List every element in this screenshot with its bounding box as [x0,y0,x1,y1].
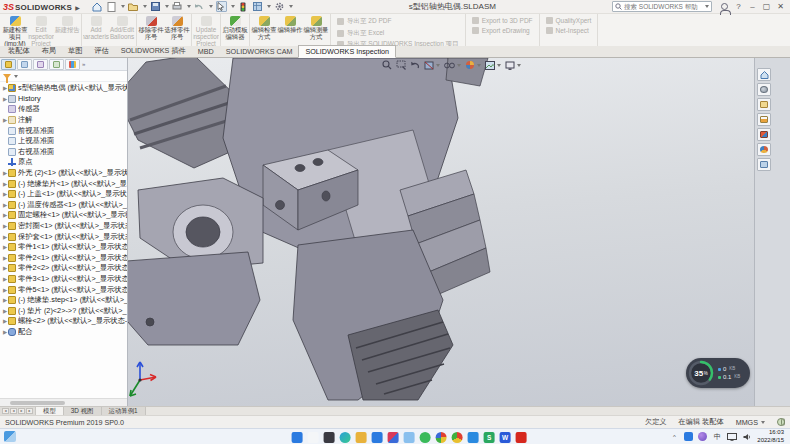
dimxpertmanager-tab[interactable] [49,59,64,70]
globe-icon[interactable] [777,418,785,426]
home-icon[interactable] [757,68,771,81]
scrollbar-thumb[interactable] [10,401,65,405]
taskbar-icon[interactable] [468,432,479,443]
close-button[interactable]: ✕ [774,1,787,13]
traffic-monitor-widget[interactable]: 35% 0KB 0.1KB [686,358,750,388]
units-selector[interactable]: MMGS [736,418,765,427]
undo-icon[interactable] [194,1,205,12]
tree-item[interactable]: ▶ 注解 [2,115,127,126]
featuremanager-tab[interactable] [1,59,16,70]
tree-item[interactable]: ▶ (-) 垫片 (2)<2>->? (默认<<默认>_ [2,305,127,316]
displaymanager-tab[interactable] [65,59,80,70]
tree-item[interactable]: ▶ 零件3<1> (默认<<默认>_显示状态- [2,274,127,285]
hideshow-caret-icon[interactable] [457,64,461,67]
save-caret-icon[interactable] [165,5,169,8]
scene-caret-icon[interactable] [497,64,501,67]
appearance-icon[interactable] [465,60,481,70]
tree-item[interactable]: ▶ 传感器 [2,104,127,115]
ribbon-tab[interactable]: 草图 [62,45,88,57]
appearance-caret-icon[interactable] [477,64,481,67]
ribbon-button[interactable]: Add/Edit Balloons [109,15,135,46]
custom-properties-icon[interactable] [757,158,771,171]
document-tab[interactable]: 3D 视图 [64,407,102,415]
appearances-icon[interactable] [757,143,771,156]
zoom-area-icon[interactable] [396,60,406,70]
home-icon[interactable] [92,1,103,12]
print-icon[interactable] [172,1,183,12]
taskbar-icon[interactable]: S [484,432,495,443]
tree-root-item[interactable]: ▶ s型铝轴热电偶 (默认<默认_显示状态-1> [2,83,127,94]
hide-show-items-icon[interactable] [444,61,461,69]
rebuild-traffic-light-icon[interactable] [238,1,249,12]
ribbon-button[interactable]: Edit Inspection Project [28,15,54,46]
logo-flyout-arrow-icon[interactable]: ▶ [75,4,80,11]
taskbar-icon[interactable] [404,432,415,443]
ribbon-button[interactable]: 移除零件序号 [138,15,164,46]
network-monitor-icon[interactable] [727,432,737,442]
save-icon[interactable] [150,1,161,12]
tree-item[interactable]: ▶ (-) 绝缘垫.step<1> (默认<<默认>_ [2,295,127,306]
select-caret-icon[interactable] [231,5,235,8]
vieworient-caret-icon[interactable] [517,64,521,67]
design-library-icon[interactable] [757,98,771,111]
tree-item[interactable]: ▶ 螺栓<2> (默认<<默认>_显示状态- [2,316,127,327]
taskbar-icon[interactable] [308,432,319,443]
tree-item[interactable]: ▶ 密封圈<1> (默认<<默认>_显示状态 [2,221,127,232]
restore-button[interactable]: ▢ [760,1,773,13]
display-settings-icon[interactable] [252,1,263,12]
view-palette-icon[interactable] [757,128,771,141]
ribbon-button[interactable]: 新建报告 [54,15,80,46]
tab-nav-first-icon[interactable]: ◂ [2,408,9,414]
ribbon-button[interactable]: 编辑检查方式 [251,15,277,46]
export-menu-item[interactable]: 导出至 2D PDF [337,17,459,26]
ribbon-tab[interactable]: 评估 [88,45,114,57]
ribbon-button[interactable]: 选择零件序号 [164,15,190,46]
taskbar-icon[interactable] [516,432,527,443]
section-caret-icon[interactable] [436,64,440,67]
select-cursor-icon[interactable] [216,1,227,12]
tree-item[interactable]: ▶ 零件2<1> (默认<<默认>_显示状态- [2,253,127,264]
ribbon-tab[interactable]: SOLIDWORKS CAM [220,46,299,57]
taskbar-clock[interactable]: 16:03 2022/8/15 [757,429,784,443]
tree-item[interactable]: ▶ 零件1<1> (默认<<默认>_显示状态- [2,242,127,253]
tab-nav-prev-icon[interactable]: ◂ [10,408,17,414]
tab-nav-next-icon[interactable]: ▸ [18,408,25,414]
scene-icon[interactable] [485,61,501,70]
filter-funnel-icon[interactable] [3,74,11,79]
options-caret-icon[interactable] [289,5,293,8]
ribbon-tab[interactable]: MBD [192,46,220,57]
tree-item[interactable]: ▶ 保护套<1> (默认<<默认>_显示状态 [2,231,127,242]
tree-item[interactable]: ▶ 零件2<2> (默认<<默认>_显示状态- [2,263,127,274]
publish-menu-item[interactable]: Net-Inspect [546,27,592,34]
new-document-icon[interactable] [106,1,117,12]
ribbon-button[interactable]: 启动模板编辑器 [222,15,248,46]
taskbar-icon[interactable] [420,432,431,443]
taskbar-icon[interactable] [356,432,367,443]
ribbon-button[interactable]: 编辑测量方式 [303,15,329,46]
tray-chevron-icon[interactable]: ^ [669,432,679,442]
ribbon-button[interactable]: 编辑操作 [277,15,303,46]
account-button[interactable] [718,1,731,13]
zoom-fit-icon[interactable] [382,60,392,70]
file-explorer-icon[interactable] [757,113,771,126]
panel-tab-overflow-icon[interactable]: » [81,61,86,67]
undo-caret-icon[interactable] [209,5,213,8]
tree-horizontal-scrollbar[interactable] [0,398,127,406]
configurationmanager-tab[interactable] [33,59,48,70]
view-orientation-icon[interactable] [505,61,521,70]
ribbon-tab[interactable]: 装配体 [2,45,36,57]
publish-menu-item[interactable]: QualityXpert [546,17,592,24]
ime-indicator[interactable]: 中 [712,432,722,442]
taskbar-icon[interactable] [340,432,351,443]
print-caret-icon[interactable] [187,5,191,8]
ribbon-button[interactable]: Add Characteristic [83,15,109,46]
export-menu-item[interactable]: Export eDrawing [472,27,533,34]
tree-item[interactable]: ▶ 原点 [2,157,127,168]
search-input[interactable] [624,3,702,10]
minimize-button[interactable]: – [746,1,759,13]
tree-item[interactable]: ▶ 右视基准面 [2,147,127,158]
tree-item[interactable]: ▶ (-) 绝缘垫片<1> (默认<<默认>_显示 [2,178,127,189]
taskbar-icon[interactable] [372,432,383,443]
graphics-viewport[interactable]: 35% 0KB 0.1KB [128,58,754,406]
section-view-icon[interactable] [424,60,440,70]
